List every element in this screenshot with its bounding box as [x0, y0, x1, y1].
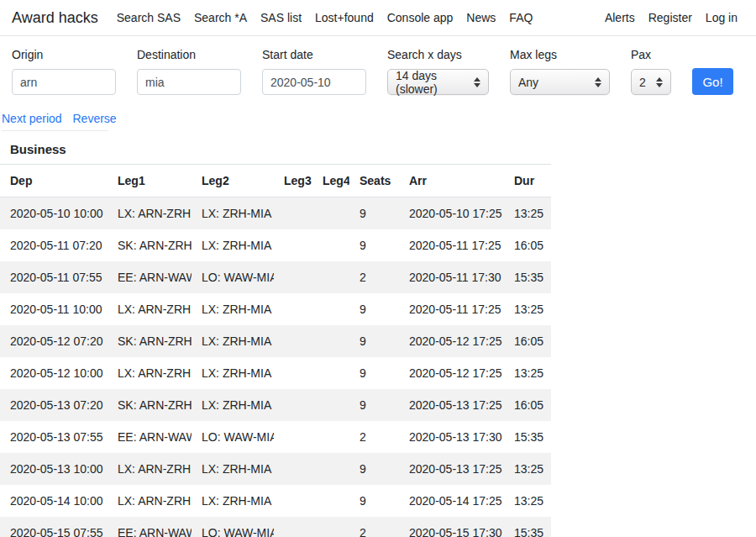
- search-days-select[interactable]: 14 days (slower): [387, 69, 489, 95]
- table-cell: SK: ARN-ZRH: [108, 389, 192, 421]
- table-cell: 2020-05-11 17:30: [399, 261, 504, 293]
- table-cell: [312, 357, 349, 389]
- table-cell: LX: ARN-ZRH: [108, 453, 192, 485]
- table-cell: 2020-05-11 17:25: [399, 293, 504, 325]
- search-days-field-group: Search x days 14 days (slower): [387, 48, 489, 95]
- nav-item-register[interactable]: Register: [642, 6, 699, 29]
- cabin-section-title: Business: [10, 142, 756, 156]
- table-row: 2020-05-12 10:00LX: ARN-ZRHLX: ZRH-MIA92…: [0, 357, 551, 389]
- table-cell: [312, 453, 349, 485]
- destination-field-group: Destination: [137, 48, 241, 95]
- pax-selected-value: 2: [639, 76, 646, 89]
- table-cell: 2: [349, 517, 399, 537]
- table-cell: 2020-05-13 17:25: [399, 389, 504, 421]
- search-days-selected-value: 14 days (slower): [396, 69, 469, 96]
- table-row: 2020-05-15 07:55EE: ARN-WAWLO: WAW-MIA22…: [0, 517, 551, 537]
- table-cell: LX: ARN-ZRH: [108, 197, 192, 230]
- table-cell: 9: [349, 453, 399, 485]
- table-cell: EE: ARN-WAW: [108, 261, 192, 293]
- max-legs-select[interactable]: Any: [510, 69, 610, 95]
- table-row: 2020-05-14 10:00LX: ARN-ZRHLX: ZRH-MIA92…: [0, 485, 551, 517]
- table-cell: 9: [349, 293, 399, 325]
- brand-award-hacks[interactable]: Award hacks: [12, 9, 98, 27]
- table-cell: 16:05: [504, 325, 551, 357]
- column-header-seats: Seats: [349, 165, 399, 197]
- table-cell: 2020-05-10 17:25: [399, 197, 504, 230]
- table-cell: [312, 325, 349, 357]
- table-cell: [312, 421, 349, 453]
- nav-item-alerts[interactable]: Alerts: [598, 6, 642, 29]
- table-cell: [312, 261, 349, 293]
- start-date-field-group: Start date: [262, 48, 366, 95]
- table-cell: LX: ZRH-MIA: [192, 485, 274, 517]
- results-table-body: 2020-05-10 10:00LX: ARN-ZRHLX: ZRH-MIA92…: [0, 197, 551, 537]
- table-cell: 2: [349, 261, 399, 293]
- nav-item-search-sas[interactable]: Search SAS: [110, 6, 187, 29]
- column-header-leg3: Leg3: [274, 165, 312, 197]
- table-cell: 9: [349, 389, 399, 421]
- table-cell: 2020-05-15 17:30: [399, 517, 504, 537]
- column-header-dur: Dur: [504, 165, 551, 197]
- period-links: Next period Reverse: [2, 108, 108, 131]
- start-date-input[interactable]: [262, 69, 366, 95]
- column-header-arr: Arr: [399, 165, 504, 197]
- select-updown-icon: [595, 77, 601, 87]
- table-cell: LX: ZRH-MIA: [192, 293, 274, 325]
- table-cell: EE: ARN-WAW: [108, 421, 192, 453]
- table-cell: [274, 229, 312, 261]
- table-row: 2020-05-13 10:00LX: ARN-ZRHLX: ZRH-MIA92…: [0, 453, 551, 485]
- table-cell: 13:25: [504, 485, 551, 517]
- table-cell: [274, 293, 312, 325]
- table-cell: 2020-05-15 07:55: [0, 517, 108, 537]
- pax-select[interactable]: 2: [631, 69, 671, 95]
- table-cell: 2020-05-13 17:25: [399, 453, 504, 485]
- table-cell: 16:05: [504, 389, 551, 421]
- table-cell: LX: ZRH-MIA: [192, 389, 274, 421]
- pax-label: Pax: [631, 48, 671, 61]
- table-cell: 13:25: [504, 357, 551, 389]
- nav-item-sas-list[interactable]: SAS list: [254, 6, 308, 29]
- table-cell: [274, 389, 312, 421]
- table-cell: 13:25: [504, 197, 551, 230]
- table-cell: [274, 453, 312, 485]
- table-row: 2020-05-13 07:20SK: ARN-ZRHLX: ZRH-MIA92…: [0, 389, 551, 421]
- reverse-link[interactable]: Reverse: [72, 112, 116, 125]
- table-cell: LX: ZRH-MIA: [192, 229, 274, 261]
- column-header-dep: Dep: [0, 165, 108, 197]
- table-cell: 2020-05-10 10:00: [0, 197, 108, 230]
- table-cell: [274, 261, 312, 293]
- nav-item-console-app[interactable]: Console app: [381, 6, 460, 29]
- destination-input[interactable]: [137, 69, 241, 95]
- table-row: 2020-05-13 07:55EE: ARN-WAWLO: WAW-MIA22…: [0, 421, 551, 453]
- nav-item-search-star-alliance[interactable]: Search *A: [187, 6, 254, 29]
- table-cell: 2020-05-14 17:25: [399, 485, 504, 517]
- table-cell: 2: [349, 421, 399, 453]
- nav-item-lost-found[interactable]: Lost+found: [308, 6, 381, 29]
- next-period-link[interactable]: Next period: [2, 112, 62, 125]
- table-cell: 2020-05-12 17:25: [399, 325, 504, 357]
- table-cell: LX: ARN-ZRH: [108, 485, 192, 517]
- table-cell: 2020-05-12 07:20: [0, 325, 108, 357]
- origin-field-group: Origin: [12, 48, 116, 95]
- origin-input[interactable]: [12, 69, 116, 95]
- table-cell: [312, 229, 349, 261]
- table-cell: 2020-05-11 07:20: [0, 229, 108, 261]
- table-cell: 13:25: [504, 293, 551, 325]
- table-cell: 2020-05-11 17:25: [399, 229, 504, 261]
- nav-item-news[interactable]: News: [459, 6, 502, 29]
- nav-right: Alerts Register Log in: [598, 6, 744, 29]
- nav-item-faq[interactable]: FAQ: [502, 6, 539, 29]
- table-cell: LX: ARN-ZRH: [108, 293, 192, 325]
- max-legs-selected-value: Any: [518, 76, 538, 89]
- go-button[interactable]: Go!: [692, 68, 733, 95]
- top-navbar: Award hacks Search SAS Search *A SAS lis…: [0, 0, 756, 36]
- table-cell: 2020-05-12 10:00: [0, 357, 108, 389]
- table-cell: LX: ZRH-MIA: [192, 453, 274, 485]
- table-cell: LO: WAW-MIA: [192, 517, 274, 537]
- nav-item-log-in[interactable]: Log in: [699, 6, 744, 29]
- table-cell: 2020-05-12 17:25: [399, 357, 504, 389]
- table-cell: 9: [349, 357, 399, 389]
- column-header-leg4: Leg4: [312, 165, 349, 197]
- select-updown-icon: [656, 77, 663, 87]
- table-cell: SK: ARN-ZRH: [108, 229, 192, 261]
